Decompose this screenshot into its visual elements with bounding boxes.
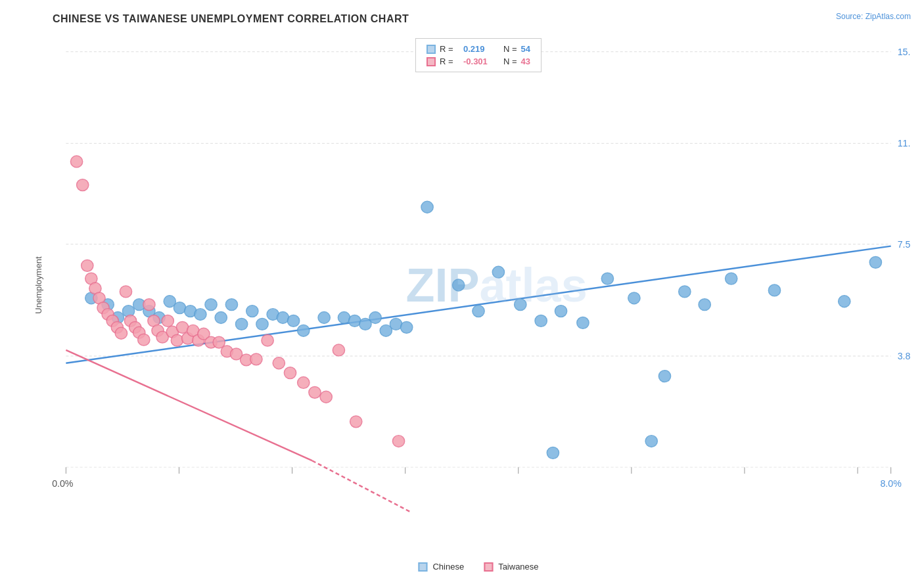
svg-point-48 bbox=[369, 312, 381, 324]
chart-title: CHINESE VS TAIWANESE UNEMPLOYMENT CORREL… bbox=[53, 13, 911, 25]
svg-point-53 bbox=[453, 279, 465, 291]
svg-point-46 bbox=[349, 315, 361, 327]
svg-point-35 bbox=[215, 312, 227, 324]
svg-point-70 bbox=[547, 447, 559, 459]
svg-point-108 bbox=[298, 377, 310, 389]
svg-point-111 bbox=[333, 344, 344, 356]
bottom-legend: Chinese Taiwanese bbox=[418, 562, 538, 572]
svg-point-31 bbox=[173, 302, 185, 314]
svg-point-106 bbox=[273, 357, 285, 369]
svg-point-44 bbox=[318, 312, 330, 324]
svg-point-113 bbox=[392, 436, 404, 447]
legend-item-chinese: Chinese bbox=[418, 562, 464, 572]
legend-val-chinese: 0.219 bbox=[463, 44, 499, 54]
svg-point-67 bbox=[768, 284, 780, 296]
svg-point-58 bbox=[555, 305, 566, 317]
legend-box: R = 0.219 N = 54 R = -0.301 N = 43 bbox=[415, 38, 542, 72]
legend-nval-chinese: 54 bbox=[521, 44, 530, 54]
svg-point-94 bbox=[176, 321, 188, 333]
svg-point-86 bbox=[138, 334, 150, 346]
svg-point-69 bbox=[869, 256, 881, 268]
legend-n-taiwanese: N = bbox=[503, 56, 517, 66]
svg-point-81 bbox=[115, 327, 127, 339]
svg-text:3.8%: 3.8% bbox=[898, 351, 911, 361]
svg-point-112 bbox=[350, 416, 362, 428]
svg-point-51 bbox=[401, 321, 413, 333]
legend-nval-taiwanese: 43 bbox=[521, 56, 530, 66]
legend-color-taiwanese bbox=[484, 562, 493, 572]
svg-point-52 bbox=[421, 201, 433, 213]
svg-point-73 bbox=[81, 259, 93, 271]
svg-point-41 bbox=[277, 312, 289, 324]
svg-point-63 bbox=[679, 286, 691, 298]
svg-point-66 bbox=[645, 436, 657, 447]
svg-point-104 bbox=[250, 353, 262, 365]
chart-container: CHINESE VS TAIWANESE UNEMPLOYMENT CORREL… bbox=[0, 0, 924, 586]
source-label: Source: ZipAtlas.com bbox=[836, 12, 911, 21]
svg-point-62 bbox=[658, 371, 670, 382]
svg-point-36 bbox=[225, 299, 237, 311]
svg-point-71 bbox=[70, 156, 82, 168]
svg-point-33 bbox=[195, 309, 206, 321]
legend-item-taiwanese: Taiwanese bbox=[484, 562, 538, 572]
svg-point-59 bbox=[577, 317, 589, 328]
svg-point-55 bbox=[492, 266, 504, 278]
svg-point-34 bbox=[205, 299, 217, 311]
svg-point-87 bbox=[143, 299, 155, 311]
legend-n-chinese: N = bbox=[503, 44, 517, 54]
svg-text:7.5%: 7.5% bbox=[898, 239, 911, 250]
svg-point-42 bbox=[287, 315, 299, 327]
svg-text:11.2%: 11.2% bbox=[898, 138, 911, 148]
y-axis-label: Unemployment bbox=[34, 256, 43, 313]
svg-point-109 bbox=[309, 386, 321, 398]
svg-point-50 bbox=[390, 318, 402, 330]
legend-val-taiwanese: -0.301 bbox=[463, 56, 499, 66]
svg-point-68 bbox=[839, 296, 850, 307]
svg-point-54 bbox=[473, 305, 484, 317]
scatter-svg: 15.0% 11.2% 7.5% 3.8% 0.0% 8.0% bbox=[46, 32, 911, 539]
svg-point-105 bbox=[262, 334, 273, 346]
svg-point-91 bbox=[162, 315, 173, 327]
legend-label-chinese: Chinese bbox=[432, 562, 464, 572]
svg-point-56 bbox=[515, 299, 526, 311]
svg-line-20 bbox=[66, 246, 890, 363]
legend-row-taiwanese: R = -0.301 N = 43 bbox=[427, 56, 530, 66]
svg-point-72 bbox=[77, 179, 89, 191]
svg-point-38 bbox=[246, 305, 258, 317]
svg-point-110 bbox=[320, 391, 332, 403]
svg-text:15.0%: 15.0% bbox=[898, 47, 911, 57]
svg-text:8.0%: 8.0% bbox=[880, 478, 901, 489]
svg-point-39 bbox=[256, 318, 268, 330]
svg-point-93 bbox=[171, 334, 183, 346]
svg-point-43 bbox=[298, 325, 310, 336]
svg-point-37 bbox=[236, 318, 248, 330]
legend-row-chinese: R = 0.219 N = 54 bbox=[427, 44, 530, 54]
svg-point-60 bbox=[601, 273, 613, 284]
legend-label-taiwanese: Taiwanese bbox=[498, 562, 538, 572]
svg-point-45 bbox=[338, 312, 350, 324]
svg-point-107 bbox=[284, 367, 296, 379]
svg-point-65 bbox=[726, 273, 737, 284]
svg-text:0.0%: 0.0% bbox=[52, 478, 73, 489]
legend-r-taiwanese: R = bbox=[440, 56, 459, 66]
legend-r-chinese: R = bbox=[440, 44, 459, 54]
svg-line-22 bbox=[312, 461, 412, 512]
svg-point-61 bbox=[628, 292, 640, 304]
legend-square-chinese bbox=[427, 45, 436, 54]
svg-point-64 bbox=[699, 299, 710, 311]
chart-area: ZIPatlas Unemployment R = 0.219 N = 54 R… bbox=[46, 32, 911, 539]
legend-color-chinese bbox=[418, 562, 427, 572]
svg-point-82 bbox=[120, 286, 131, 298]
legend-square-taiwanese bbox=[427, 57, 436, 66]
svg-point-57 bbox=[535, 315, 547, 327]
